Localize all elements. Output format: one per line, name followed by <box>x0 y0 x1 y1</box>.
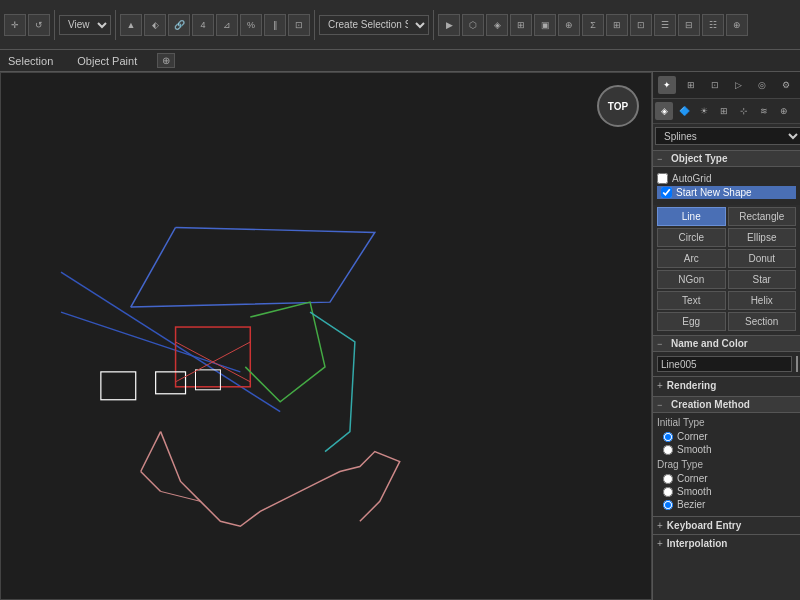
autogrid-label: AutoGrid <box>672 173 711 184</box>
toolbar-icon-22[interactable]: ⊕ <box>726 14 748 36</box>
toolbar-icon-11[interactable]: ⬡ <box>462 14 484 36</box>
drag-smooth-label: Smooth <box>677 486 711 497</box>
drag-corner-radio[interactable] <box>663 474 673 484</box>
panel-icon-shapes[interactable]: 🔷 <box>675 102 693 120</box>
toolbar-icon-6[interactable]: ⊿ <box>216 14 238 36</box>
toolbar-icon-17[interactable]: ⊞ <box>606 14 628 36</box>
viewport-compass: TOP <box>597 85 639 127</box>
view-dropdown[interactable]: View <box>59 15 111 35</box>
object-type-title: Object Type <box>671 153 728 164</box>
shape-btn-helix[interactable]: Helix <box>728 291 797 310</box>
shape-btn-ngon[interactable]: NGon <box>657 270 726 289</box>
panel-icon-modify[interactable]: ⊞ <box>682 76 700 94</box>
toolbar-icon-14[interactable]: ▣ <box>534 14 556 36</box>
svg-line-9 <box>141 432 161 472</box>
right-panel: ✦ ⊞ ⊡ ▷ ◎ ⚙ ◈ 🔷 ☀ ⊞ ⊹ ≋ ⊕ Splines − Obje… <box>652 72 800 600</box>
toolbar-icon-4[interactable]: ⬖ <box>144 14 166 36</box>
selection-menu[interactable]: Selection <box>4 53 57 69</box>
color-swatch[interactable] <box>796 356 798 372</box>
shape-btn-donut[interactable]: Donut <box>728 249 797 268</box>
toolbar-icon-12[interactable]: ◈ <box>486 14 508 36</box>
menubar: Selection Object Paint ⊕ <box>0 50 800 72</box>
svg-line-0 <box>131 227 176 307</box>
panel-icon-create[interactable]: ✦ <box>658 76 676 94</box>
toolbar-icon-20[interactable]: ⊟ <box>678 14 700 36</box>
panel-icon-motion[interactable]: ▷ <box>729 76 747 94</box>
panel-icon-utilities[interactable]: ⚙ <box>777 76 795 94</box>
panel-icon-lights[interactable]: ☀ <box>695 102 713 120</box>
svg-line-2 <box>61 312 240 372</box>
toolbar-icon-18[interactable]: ⊡ <box>630 14 652 36</box>
main-area: TOP ✦ ⊞ ⊡ ▷ ◎ ⚙ ◈ 🔷 ☀ ⊞ ⊹ ≋ ⊕ Splines − <box>0 72 800 600</box>
name-input[interactable] <box>657 356 792 372</box>
drag-smooth-radio[interactable] <box>663 487 673 497</box>
toolbar-sep-2 <box>115 10 116 40</box>
create-selection-dropdown[interactable]: Create Selection S... <box>319 15 429 35</box>
menu-badge[interactable]: ⊕ <box>157 53 175 68</box>
toolbar-icon-2[interactable]: ↺ <box>28 14 50 36</box>
rendering-toggle: + <box>657 380 663 391</box>
initial-smooth-radio[interactable] <box>663 445 673 455</box>
section-toggle-object-type: − <box>657 154 667 164</box>
toolbar-icon-21[interactable]: ☷ <box>702 14 724 36</box>
toolbar-icon-7[interactable]: % <box>240 14 262 36</box>
toolbar-icon-1[interactable]: ✛ <box>4 14 26 36</box>
drag-corner-label: Corner <box>677 473 708 484</box>
panel-icon-hierarchy[interactable]: ⊡ <box>706 76 724 94</box>
object-paint-menu[interactable]: Object Paint <box>73 53 141 69</box>
shape-btn-line[interactable]: Line <box>657 207 726 226</box>
start-new-shape-label: Start New Shape <box>676 187 752 198</box>
panel-icon-systems[interactable]: ⊕ <box>775 102 793 120</box>
interpolation-section[interactable]: + Interpolation <box>653 534 800 552</box>
toolbar-icon-9[interactable]: ⊡ <box>288 14 310 36</box>
shape-btn-section[interactable]: Section <box>728 312 797 331</box>
panel-icon-cameras[interactable]: ⊞ <box>715 102 733 120</box>
shape-btn-text[interactable]: Text <box>657 291 726 310</box>
rendering-label: Rendering <box>667 380 716 391</box>
drag-bezier-label: Bezier <box>677 499 705 510</box>
svg-rect-3 <box>176 327 251 387</box>
drag-bezier-radio[interactable] <box>663 500 673 510</box>
shape-btn-circle[interactable]: Circle <box>657 228 726 247</box>
shape-btn-egg[interactable]: Egg <box>657 312 726 331</box>
shape-btn-arc[interactable]: Arc <box>657 249 726 268</box>
keyboard-entry-section[interactable]: + Keyboard Entry <box>653 516 800 534</box>
toolbar-icon-19[interactable]: ☰ <box>654 14 676 36</box>
toolbar-icon-8[interactable]: ‖ <box>264 14 286 36</box>
scene-canvas <box>1 73 651 599</box>
toolbar-icon-16[interactable]: Σ <box>582 14 604 36</box>
start-new-shape-checkbox[interactable] <box>661 187 672 198</box>
main-toolbar: ✛ ↺ View ▲ ⬖ 🔗 4 ⊿ % ‖ ⊡ Create Selectio… <box>0 0 800 50</box>
panel-icon-display[interactable]: ◎ <box>753 76 771 94</box>
toolbar-icon-5[interactable]: 4 <box>192 14 214 36</box>
viewport[interactable]: TOP <box>0 72 652 600</box>
toolbar-icon-13[interactable]: ⊞ <box>510 14 532 36</box>
shape-btn-rectangle[interactable]: Rectangle <box>728 207 797 226</box>
autogrid-row: AutoGrid <box>657 173 796 184</box>
panel-icon-helpers[interactable]: ⊹ <box>735 102 753 120</box>
drag-smooth-row: Smooth <box>663 486 796 497</box>
initial-corner-radio[interactable] <box>663 432 673 442</box>
object-type-header[interactable]: − Object Type <box>653 150 800 167</box>
rendering-section[interactable]: + Rendering <box>653 376 800 394</box>
shape-btn-ellipse[interactable]: Ellipse <box>728 228 797 247</box>
name-color-row <box>657 356 796 372</box>
toolbar-icon-15[interactable]: ⊕ <box>558 14 580 36</box>
splines-dropdown[interactable]: Splines <box>655 127 800 145</box>
start-new-shape-row: Start New Shape <box>657 186 796 199</box>
autogrid-checkbox[interactable] <box>657 173 668 184</box>
name-color-header[interactable]: − Name and Color <box>653 335 800 352</box>
toolbar-icon-link[interactable]: 🔗 <box>168 14 190 36</box>
toolbar-icon-10[interactable]: ▶ <box>438 14 460 36</box>
name-color-title: Name and Color <box>671 338 748 349</box>
drag-bezier-row: Bezier <box>663 499 796 510</box>
creation-method-header[interactable]: − Creation Method <box>653 396 800 413</box>
svg-rect-4 <box>101 372 136 400</box>
panel-icon-geometry[interactable]: ◈ <box>655 102 673 120</box>
toolbar-sep-1 <box>54 10 55 40</box>
toolbar-icon-3[interactable]: ▲ <box>120 14 142 36</box>
toolbar-sep-4 <box>433 10 434 40</box>
panel-icon-spacewarps[interactable]: ≋ <box>755 102 773 120</box>
drag-corner-row: Corner <box>663 473 796 484</box>
shape-btn-star[interactable]: Star <box>728 270 797 289</box>
